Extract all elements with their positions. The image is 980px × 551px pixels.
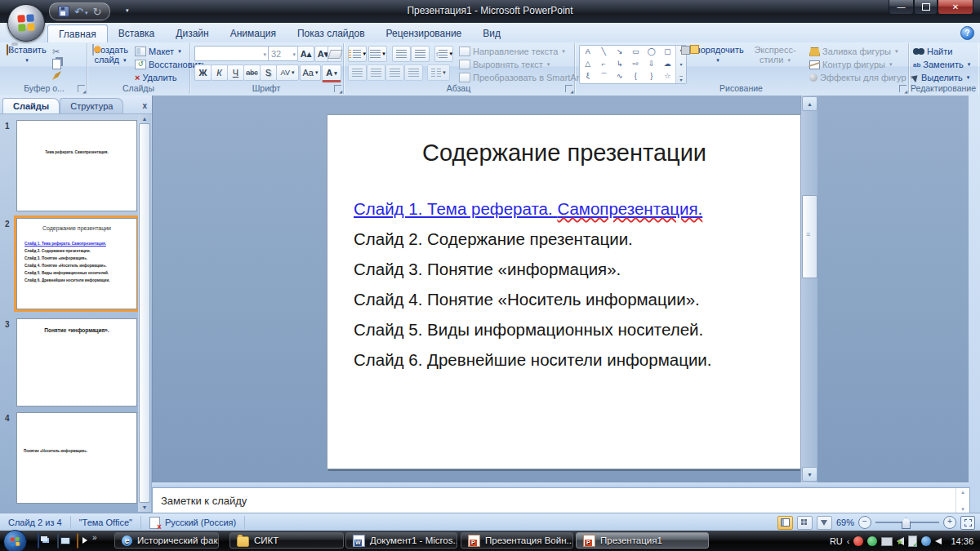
tab-outline-pane[interactable]: Структура <box>60 98 123 113</box>
slide-title[interactable]: Содержание презентации <box>327 140 801 167</box>
text-shadow-button[interactable]: S <box>260 64 277 81</box>
scroll-down-icon[interactable]: ▼ <box>802 467 817 482</box>
clipboard-dialog-launcher[interactable] <box>78 85 85 92</box>
tray-display-icon[interactable] <box>881 537 893 546</box>
scroll-down-icon[interactable]: ▼ <box>142 504 148 510</box>
tray-speaker-icon[interactable] <box>935 538 942 544</box>
theme-name[interactable]: "Тема Office" <box>71 516 141 529</box>
align-right-button[interactable] <box>385 64 404 81</box>
notes-scrollbar[interactable]: ▲▼ <box>956 488 969 513</box>
copy-button[interactable] <box>52 59 61 69</box>
bullets-button[interactable] <box>348 46 367 62</box>
shape-icon[interactable]: ⇩ <box>648 60 655 68</box>
shape-icon[interactable]: ☁ <box>664 60 671 68</box>
convert-smartart-button[interactable]: Преобразовать в SmartArt <box>459 73 589 82</box>
font-color-button[interactable]: А <box>322 64 341 82</box>
text-direction-button[interactable]: Направление текста <box>459 47 565 56</box>
font-name-combo[interactable] <box>194 46 270 61</box>
fit-to-window-button[interactable] <box>960 516 975 530</box>
paste-button[interactable]: Вставить <box>7 45 46 65</box>
cut-button[interactable]: ✂ <box>52 47 60 57</box>
bold-button[interactable]: Ж <box>194 64 212 81</box>
shape-icon[interactable]: ⌐ <box>602 60 606 68</box>
notes-placeholder[interactable]: Заметки к слайду <box>161 495 247 507</box>
zoom-level[interactable]: 69% <box>836 518 854 527</box>
office-button[interactable] <box>7 4 45 42</box>
shape-icon[interactable]: } <box>650 73 653 80</box>
pane-scrollbar[interactable]: ▲ ▼ <box>138 114 151 512</box>
tray-expand-icon[interactable]: ‹ <box>847 536 850 546</box>
zoom-slider[interactable] <box>875 522 939 523</box>
paragraph-dialog-launcher[interactable] <box>565 85 572 92</box>
align-left-button[interactable] <box>348 64 367 81</box>
scroll-thumb[interactable] <box>802 195 817 278</box>
find-button[interactable]: Найти <box>913 47 952 56</box>
italic-button[interactable]: К <box>211 64 228 81</box>
tab-design[interactable]: Дизайн <box>165 24 219 42</box>
taskbar-button-ppt-2[interactable]: Презентация Войн... <box>461 532 573 549</box>
quick-styles-button[interactable]: Экспресс-стили <box>746 45 804 65</box>
main-scrollbar[interactable]: ▲ ▼ <box>800 96 817 482</box>
shape-icon[interactable]: A <box>586 48 590 56</box>
decrease-indent-button[interactable] <box>392 46 411 62</box>
taskbar-button-ie[interactable]: e Исторический фак... <box>114 532 219 549</box>
tab-view[interactable]: Вид <box>472 24 511 42</box>
tab-animation[interactable]: Анимация <box>220 24 287 42</box>
tray-device-icon[interactable] <box>908 535 917 547</box>
tab-home[interactable]: Главная <box>47 24 108 42</box>
zoom-in-button[interactable]: + <box>943 516 956 529</box>
shape-effects-button[interactable]: Эффекты для фигур <box>809 73 913 82</box>
align-center-button[interactable] <box>367 64 385 81</box>
tab-insert[interactable]: Вставка <box>108 24 166 42</box>
strikethrough-button[interactable]: abc <box>243 64 261 81</box>
quick-launch-overflow[interactable]: » <box>92 533 97 542</box>
slide-thumbnail-2-selected[interactable]: Содержание презентации Слайд 1. Тема реф… <box>16 218 137 309</box>
normal-view-button[interactable] <box>777 516 793 530</box>
taskbar-button-word[interactable]: Документ1 - Micros... <box>345 532 457 549</box>
shape-icon[interactable]: ↳ <box>617 60 623 68</box>
taskbar-button-ppt-active[interactable]: Презентация1 <box>576 532 709 549</box>
shape-icon[interactable]: ▭ <box>632 48 639 56</box>
drawing-dialog-launcher[interactable] <box>899 85 906 92</box>
close-button[interactable]: ✕ <box>938 0 973 15</box>
slide-counter[interactable]: Слайд 2 из 4 <box>0 516 71 529</box>
slide-thumbnail-1[interactable]: Тема реферата. Самопрезентация. <box>16 120 137 211</box>
delete-button[interactable]: ×Удалить <box>135 73 176 82</box>
arrange-button[interactable]: Упорядочить <box>690 45 744 65</box>
font-dialog-launcher[interactable] <box>334 85 341 92</box>
switch-windows-icon[interactable] <box>38 533 39 549</box>
shape-icon[interactable]: ▢ <box>664 48 671 56</box>
start-button[interactable] <box>3 530 27 551</box>
minimize-button[interactable]: — <box>889 0 914 15</box>
shape-icon[interactable]: ╲ <box>602 48 606 56</box>
tray-volume-icon[interactable] <box>897 537 904 545</box>
new-slide-button[interactable]: Создать слайд <box>89 45 131 65</box>
slide-sorter-button[interactable] <box>797 516 813 530</box>
tray-green-app-icon[interactable] <box>867 536 877 546</box>
line-spacing-button[interactable]: ↕ <box>434 46 453 62</box>
clear-formatting-button[interactable] <box>327 46 342 62</box>
underline-button[interactable]: Ч <box>227 64 244 81</box>
slideshow-button[interactable] <box>817 516 832 530</box>
tab-slides-pane[interactable]: Слайды <box>2 98 60 113</box>
shape-fill-button[interactable]: Заливка фигуры <box>809 47 898 56</box>
font-size-combo[interactable]: 32 <box>268 46 299 61</box>
shape-icon[interactable]: △ <box>585 60 590 68</box>
pane-close-icon[interactable]: x <box>142 101 147 110</box>
shape-icon[interactable]: ⌒ <box>600 73 608 80</box>
columns-button[interactable] <box>427 64 450 81</box>
shape-icon[interactable]: ↘ <box>617 48 623 56</box>
format-painter-button[interactable] <box>52 71 61 80</box>
slide-canvas[interactable]: Содержание презентации Слайд 1. Тема реф… <box>327 114 802 469</box>
numbering-button[interactable] <box>368 46 387 62</box>
replace-button[interactable]: abЗаменить <box>913 60 970 69</box>
shape-icon[interactable]: { <box>635 73 637 80</box>
slide-thumbnail-4[interactable]: Понятие «Носитель информации». <box>16 412 137 504</box>
scroll-thumb[interactable] <box>139 123 150 503</box>
shape-icon[interactable]: ξ <box>586 73 590 80</box>
zoom-out-button[interactable]: − <box>858 516 871 529</box>
slide-body-textbox[interactable]: Слайд 1. Тема реферата. Самопрезентация.… <box>354 199 785 380</box>
shape-icon[interactable]: ⇨ <box>632 60 639 68</box>
scroll-up-icon[interactable]: ▲ <box>142 116 148 122</box>
shape-outline-button[interactable]: Контур фигуры <box>809 60 892 69</box>
